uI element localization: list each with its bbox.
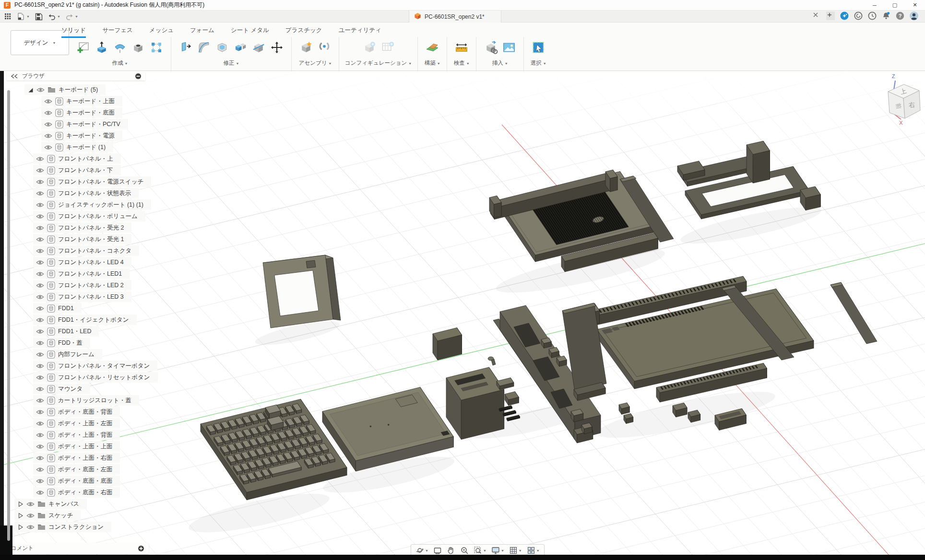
visibility-eye-icon[interactable] (44, 110, 52, 116)
ribbon-tab-6[interactable]: ユーティリティ (339, 26, 381, 38)
minimize-button[interactable]: ─ (865, 0, 885, 11)
visibility-eye-icon[interactable] (26, 513, 35, 518)
tree-row[interactable]: FDD1 (33, 303, 82, 314)
close-button[interactable]: ✕ (905, 0, 925, 11)
visibility-eye-icon[interactable] (36, 306, 44, 311)
ribbon-tab-5[interactable]: プラスチック (285, 26, 322, 38)
avatar-icon[interactable] (910, 12, 918, 20)
ribbon-group-label[interactable]: 作成▼ (112, 59, 128, 67)
ribbon-tab-2[interactable]: メッシュ (149, 26, 174, 38)
split-body-tool[interactable] (250, 38, 267, 57)
job-status-icon[interactable] (854, 12, 863, 20)
ribbon-group-label[interactable]: 修正▼ (224, 59, 239, 67)
tree-row[interactable]: キーボード・底面 (41, 107, 122, 118)
visibility-eye-icon[interactable] (36, 271, 44, 277)
visibility-eye-icon[interactable] (36, 191, 44, 196)
tree-row[interactable]: フロントパネル・LED 2 (33, 280, 131, 291)
history-icon[interactable] (868, 12, 877, 20)
fillet-tool[interactable] (195, 38, 213, 57)
visibility-eye-icon[interactable] (36, 87, 45, 93)
construct-plane-tool[interactable] (424, 38, 441, 57)
tree-row[interactable]: ボディ・上面・右面 (33, 453, 120, 463)
visibility-eye-icon[interactable] (36, 386, 44, 392)
browser-header[interactable]: ブラウザ (7, 71, 145, 81)
measure-tool[interactable] (453, 38, 470, 57)
cube-2[interactable] (581, 423, 592, 434)
expand-triangle-icon[interactable] (17, 501, 24, 507)
visibility-eye-icon[interactable] (36, 363, 44, 369)
visibility-eye-icon[interactable] (36, 455, 44, 461)
visibility-eye-icon[interactable] (36, 444, 44, 449)
visibility-eye-icon[interactable] (44, 99, 52, 104)
visibility-eye-icon[interactable] (26, 502, 35, 507)
ribbon-group-label[interactable]: 構築▼ (425, 59, 440, 67)
tree-row[interactable]: 内部フレーム (33, 349, 102, 360)
browser-scrollbar[interactable] (7, 90, 10, 541)
plus-circle-icon[interactable] (138, 545, 144, 552)
cube-1[interactable] (571, 409, 583, 422)
redo-button[interactable]: ▼ (65, 12, 78, 21)
face-front[interactable] (610, 176, 618, 192)
tree-row[interactable]: コンストラクション (14, 522, 111, 532)
visibility-eye-icon[interactable] (36, 202, 44, 208)
history-button[interactable] (868, 12, 877, 22)
ribbon-group-label[interactable]: 検査▼ (454, 59, 470, 67)
tree-row[interactable]: ボディ・上面・背面 (33, 430, 120, 440)
tree-row[interactable]: フロントパネル・状態表示 (33, 188, 139, 198)
tree-row[interactable]: スケッチ (14, 510, 81, 521)
visibility-eye-icon[interactable] (36, 156, 44, 162)
combine-tool[interactable] (232, 38, 249, 57)
visibility-eye-icon[interactable] (36, 214, 44, 219)
visibility-eye-icon[interactable] (44, 133, 52, 139)
visibility-eye-icon[interactable] (36, 375, 44, 380)
help-icon[interactable]: ? (896, 12, 904, 20)
cube-3[interactable] (619, 403, 629, 414)
document-tab[interactable]: PC-6601SR_open2 v1* (409, 11, 501, 23)
notifications-button[interactable] (882, 12, 890, 22)
ribbon-tab-3[interactable]: フォーム (190, 26, 214, 38)
button-3[interactable] (557, 356, 567, 366)
extensions-icon[interactable] (840, 12, 849, 20)
extrude-tool[interactable] (93, 38, 110, 57)
tree-row[interactable]: キーボード・PC/TV (41, 119, 128, 129)
tree-row[interactable]: FDD1・LED (33, 326, 99, 337)
x-axis-label[interactable]: X (899, 120, 903, 126)
new-tab-icon[interactable] (826, 12, 835, 20)
create-sketch-tool[interactable] (75, 38, 92, 57)
save-button[interactable] (35, 12, 43, 21)
tree-row[interactable]: ボディ・底面・背面 (33, 407, 120, 417)
tree-row[interactable]: キーボード (1) (41, 142, 113, 152)
tree-row[interactable]: フロントパネル・タイマーボタン (33, 361, 157, 371)
undo-button[interactable]: ▼ (47, 12, 60, 21)
app-grid-button[interactable] (4, 12, 12, 21)
new-component-tool[interactable] (297, 38, 315, 57)
face-front[interactable] (753, 151, 770, 183)
visibility-eye-icon[interactable] (36, 352, 44, 357)
tree-row[interactable]: マウンタ (33, 384, 90, 394)
hole-tool[interactable] (130, 38, 147, 57)
tree-row[interactable]: フロントパネル・リセットボタン (33, 372, 158, 383)
ribbon-group-label[interactable]: 挿入▼ (492, 59, 508, 67)
visibility-eye-icon[interactable] (36, 317, 44, 323)
tree-row[interactable]: フロントパネル・受光 1 (33, 234, 131, 245)
tree-row[interactable]: フロントパネル・受光 2 (33, 222, 131, 233)
fdd-unit[interactable] (446, 367, 504, 440)
visibility-eye-icon[interactable] (36, 237, 44, 242)
revolve-tool[interactable] (111, 38, 129, 57)
screw-stem[interactable] (491, 359, 496, 365)
minus-circle-icon[interactable] (135, 73, 142, 80)
select-tool[interactable] (530, 38, 547, 57)
tree-row[interactable]: ボディ・底面・左面 (33, 464, 120, 475)
visibility-eye-icon[interactable] (36, 490, 44, 495)
configuration-tool[interactable] (361, 38, 378, 57)
visibility-eye-icon[interactable] (36, 179, 44, 185)
visibility-eye-icon[interactable] (36, 294, 44, 300)
button-2[interactable] (549, 347, 559, 358)
comment-bar[interactable]: コメント (7, 543, 149, 554)
close-tab-icon[interactable] (812, 12, 821, 20)
visibility-eye-icon[interactable] (36, 340, 44, 346)
pattern-tool[interactable] (148, 38, 165, 57)
ribbon-tab-1[interactable]: サーフェス (102, 26, 133, 38)
visibility-eye-icon[interactable] (26, 525, 35, 530)
tree-row[interactable]: ボディ・底面・右面 (33, 487, 120, 498)
